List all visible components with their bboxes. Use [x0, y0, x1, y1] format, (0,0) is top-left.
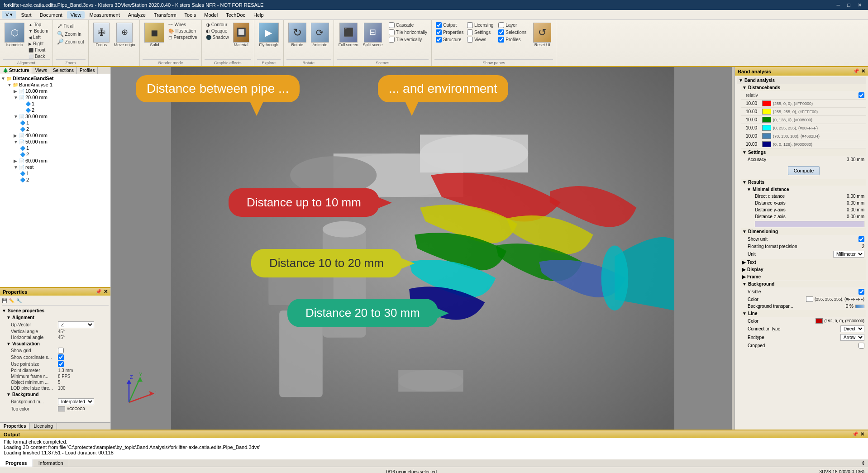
tree-area[interactable]: ▼ 📁 DistanceBandSet ▼ 📁 BandAnalyse 1 ▶ … — [0, 74, 110, 287]
show-coords-checkbox[interactable] — [58, 354, 64, 360]
endtype-select[interactable]: Arrow — [840, 334, 864, 341]
views-tab[interactable]: Views — [32, 67, 50, 74]
move-origin-button[interactable]: ⊕ Move origin — [112, 22, 137, 48]
cascade-checkbox[interactable] — [389, 22, 395, 28]
menu-measurement[interactable]: Measurement — [86, 11, 123, 19]
shadow-button[interactable]: 🌑Shadow — [205, 34, 230, 40]
settings-pane-check[interactable]: Settings — [466, 29, 496, 36]
connection-type-select[interactable]: Direct — [840, 325, 864, 332]
color-swatch-cyan[interactable] — [762, 125, 771, 131]
show-unit-checkbox[interactable] — [858, 236, 864, 242]
structure-tab[interactable]: 🌲 Structure — [0, 67, 32, 74]
bg-color-swatch[interactable] — [806, 296, 813, 302]
properties-bottom-tab[interactable]: Properties — [0, 423, 30, 430]
structure-pane-check[interactable]: Structure — [434, 36, 465, 43]
front-button[interactable]: ⬛ Front — [27, 47, 50, 53]
tree-item[interactable]: 🔷 2 — [1, 126, 110, 132]
props-tool-icon3[interactable]: 🔧 — [16, 298, 22, 303]
rotate-button[interactable]: ↻ Rotate — [286, 22, 308, 48]
profiles-pane-checkbox[interactable] — [498, 37, 504, 43]
menu-view[interactable]: View — [67, 11, 85, 19]
selections-pane-checkbox[interactable] — [498, 29, 504, 35]
minimal-distance-header[interactable]: ▼ Minimal distance — [746, 186, 866, 193]
color-swatch-green[interactable] — [762, 117, 771, 123]
flythrough-button[interactable]: ▶ Flythrough — [257, 22, 281, 48]
views-pane-checkbox[interactable] — [467, 37, 473, 43]
illustration-button[interactable]: 🎨Illustration — [167, 28, 198, 34]
expand-icon[interactable]: ▼ — [7, 82, 12, 87]
tree-item[interactable]: 🔷 1 — [1, 145, 110, 151]
cropped-checkbox[interactable] — [858, 343, 864, 349]
dimensioning-header[interactable]: ▼ Dimensioning — [741, 228, 866, 235]
color-swatch-navy[interactable] — [762, 141, 771, 147]
band-pin-icon[interactable]: 📌 — [853, 68, 859, 74]
show-grid-checkbox[interactable] — [58, 348, 64, 354]
props-tool-icon2[interactable]: ✏️ — [9, 298, 14, 303]
tree-item[interactable]: 🔷 1 — [1, 100, 110, 107]
tile-v-checkbox[interactable] — [389, 37, 395, 43]
right-button[interactable]: ▶ Right — [27, 41, 50, 47]
props-pin-icon[interactable]: 📌 — [95, 289, 102, 295]
expand-icon[interactable] — [20, 108, 24, 113]
tree-item[interactable]: ▼ 📄 rest — [1, 164, 110, 170]
settings-pane-checkbox[interactable] — [467, 29, 473, 35]
tile-v-check[interactable]: Tile vertically — [387, 36, 429, 43]
visualization-header[interactable]: ▼ Visualization — [2, 340, 109, 347]
expand-icon[interactable]: ▼ — [14, 114, 18, 119]
split-scene-button[interactable]: ⊟ Split scene — [361, 22, 385, 48]
props-close-icon[interactable]: ✕ — [104, 289, 108, 295]
bottom-button[interactable]: ▼ Bottom — [27, 28, 50, 34]
color-swatch-red[interactable] — [762, 100, 771, 106]
relativ-checkbox[interactable] — [858, 92, 864, 98]
menu-tools[interactable]: Tools — [181, 11, 200, 19]
up-vector-select[interactable]: ZXY — [58, 321, 94, 328]
bg-mode-select[interactable]: Interpolated — [58, 398, 94, 405]
tile-h-checkbox[interactable] — [389, 29, 395, 35]
back-button[interactable]: ⬜ Back — [27, 53, 50, 59]
results-header[interactable]: ▼ Results — [741, 179, 866, 186]
color-swatch-yellow[interactable] — [762, 109, 771, 115]
properties-pane-checkbox[interactable] — [436, 29, 442, 35]
expand-icon[interactable]: ▶ — [14, 89, 18, 94]
selections-tab[interactable]: Selections — [50, 67, 77, 74]
properties-pane-check[interactable]: Properties — [434, 29, 465, 36]
fit-all-button[interactable]: ⤢ Fit all — [56, 22, 76, 30]
focus-button[interactable]: ✙ Focus — [91, 22, 111, 48]
band-close-icon[interactable]: ✕ — [861, 68, 865, 74]
menu-model[interactable]: Model — [200, 11, 221, 19]
settings-header[interactable]: ▼ Settings — [741, 149, 866, 156]
scene-properties-header[interactable]: ▼ Scene properties — [2, 307, 109, 314]
background-header[interactable]: ▼ Background — [2, 391, 109, 398]
maximize-button[interactable]: □ — [844, 2, 853, 8]
distancebands-header[interactable]: ▼ Distancebands — [741, 84, 866, 91]
layer-pane-checkbox[interactable] — [498, 22, 504, 28]
wires-button[interactable]: 〰Wires — [167, 22, 198, 28]
line-color-swatch[interactable] — [816, 318, 823, 324]
tile-h-check[interactable]: Tile horizontally — [387, 29, 429, 36]
viewport[interactable]: Distance between pipe ... ... and enviro… — [111, 67, 734, 430]
progress-tab[interactable]: Progress — [0, 459, 33, 467]
expand-icon[interactable]: ▼ — [14, 139, 18, 144]
output-pin-icon[interactable]: 📌 — [852, 431, 858, 437]
menu-document[interactable]: Document — [36, 11, 66, 19]
color-swatch-steelblue[interactable] — [762, 133, 771, 139]
material-button[interactable]: 🔲 Material — [231, 22, 251, 48]
output-pane-checkbox[interactable] — [436, 22, 442, 28]
opaque-button[interactable]: ◐Opaque — [205, 28, 230, 34]
zoom-out-button[interactable]: 🔎 Zoom out — [56, 38, 86, 45]
tree-item[interactable]: ▼ 📁 DistanceBandSet — [1, 75, 110, 81]
tree-item[interactable]: 🔷 1 — [1, 119, 110, 126]
tree-item[interactable]: ▼ 📁 BandAnalyse 1 — [1, 81, 110, 88]
licensing-pane-check[interactable]: Licensing — [466, 22, 496, 29]
use-point-checkbox[interactable] — [58, 361, 64, 367]
expand-icon[interactable]: ▶ — [14, 158, 18, 163]
tree-item[interactable]: 🔷 2 — [1, 177, 110, 183]
tree-item[interactable]: ▼ 📄 20.00 mm — [1, 94, 110, 100]
expand-icon[interactable]: ▼ — [14, 95, 18, 100]
licensing-pane-checkbox[interactable] — [467, 22, 473, 28]
menu-v[interactable]: V ▾ — [2, 11, 16, 19]
expand-icon[interactable]: ▶ — [14, 133, 18, 138]
tree-item[interactable]: 🔷 1 — [1, 170, 110, 177]
line-header[interactable]: ▼ Line — [741, 310, 866, 317]
tree-item[interactable]: ▶ 📄 40.00 mm — [1, 132, 110, 139]
